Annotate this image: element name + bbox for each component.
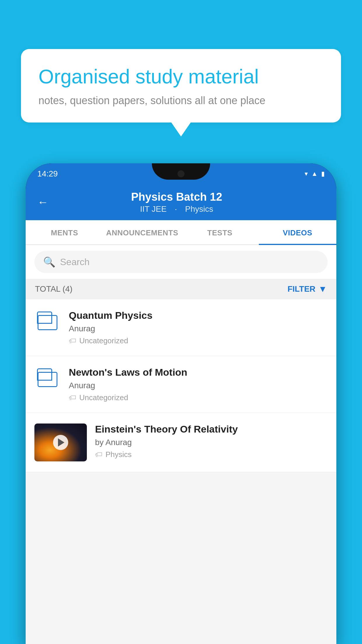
tag-label: Uncategorized: [79, 393, 128, 402]
tag-icon: 🏷: [69, 336, 76, 345]
speech-bubble: Organised study material notes, question…: [21, 49, 341, 123]
tab-videos[interactable]: VIDEOS: [259, 220, 337, 244]
tag-label: Physics: [106, 450, 132, 459]
tag-icon: 🏷: [95, 450, 103, 459]
video-icon-container: [34, 367, 61, 387]
subtitle-part1: IIT JEE: [140, 204, 166, 214]
play-button[interactable]: [53, 435, 68, 450]
tab-announcements[interactable]: ANNOUNCEMENTS: [103, 220, 181, 244]
total-label: TOTAL (4): [35, 284, 73, 294]
filter-button[interactable]: FILTER ▼: [287, 284, 327, 294]
video-title: Newton's Laws of Motion: [69, 367, 328, 378]
speech-bubble-title: Organised study material: [38, 65, 324, 89]
list-item[interactable]: Newton's Laws of Motion Anurag 🏷 Uncateg…: [26, 356, 336, 413]
list-item[interactable]: Quantum Physics Anurag 🏷 Uncategorized: [26, 299, 336, 356]
tab-tests[interactable]: TESTS: [181, 220, 259, 244]
video-info: Newton's Laws of Motion Anurag 🏷 Uncateg…: [69, 367, 328, 402]
video-tag: 🏷 Physics: [95, 450, 328, 459]
search-bar-container: 🔍 Search: [26, 245, 336, 279]
speech-bubble-subtitle: notes, question papers, solutions all at…: [38, 94, 324, 107]
folder-front: [38, 372, 57, 387]
tabs-bar: MENTS ANNOUNCEMENTS TESTS VIDEOS: [26, 220, 336, 245]
phone-inner: ← Physics Batch 12 IIT JEE · Physics MEN…: [26, 184, 336, 644]
video-icon-container: [34, 310, 61, 330]
search-icon: 🔍: [43, 256, 55, 268]
filter-label: FILTER: [287, 284, 315, 294]
video-author: Anurag: [69, 381, 328, 390]
subtitle-separator: ·: [175, 204, 177, 214]
video-tag: 🏷 Uncategorized: [69, 336, 328, 345]
tab-ments[interactable]: MENTS: [26, 220, 103, 244]
video-tag: 🏷 Uncategorized: [69, 393, 328, 402]
folder-icon: [37, 312, 58, 330]
phone-screen: 🔍 Search TOTAL (4) FILTER ▼: [26, 245, 336, 644]
subtitle-part2: Physics: [185, 204, 213, 214]
back-button[interactable]: ←: [37, 196, 48, 209]
header-subtitle: IIT JEE · Physics: [57, 204, 296, 214]
video-info: Einstein's Theory Of Relativity by Anura…: [95, 424, 328, 459]
app-header: ← Physics Batch 12 IIT JEE · Physics: [26, 184, 336, 220]
status-icons: ▾ ▲ ▮: [305, 170, 325, 178]
status-bar: 14:29 ▾ ▲ ▮: [26, 163, 336, 184]
search-bar[interactable]: 🔍 Search: [34, 251, 328, 273]
tag-icon: 🏷: [69, 393, 76, 402]
video-list: Quantum Physics Anurag 🏷 Uncategorized: [26, 299, 336, 472]
header-text: Physics Batch 12 IIT JEE · Physics: [57, 191, 296, 214]
video-info: Quantum Physics Anurag 🏷 Uncategorized: [69, 310, 328, 345]
signal-icon: ▲: [311, 170, 318, 178]
search-placeholder: Search: [60, 257, 89, 267]
header-title: Physics Batch 12: [57, 191, 296, 203]
list-item[interactable]: Einstein's Theory Of Relativity by Anura…: [26, 413, 336, 472]
video-title: Quantum Physics: [69, 310, 328, 321]
filter-icon: ▼: [318, 284, 327, 294]
filter-bar: TOTAL (4) FILTER ▼: [26, 279, 336, 299]
tag-label: Uncategorized: [79, 336, 128, 345]
video-author: by Anurag: [95, 438, 328, 447]
play-icon: [58, 438, 64, 447]
video-author: Anurag: [69, 324, 328, 333]
folder-icon: [37, 368, 58, 387]
folder-front: [38, 315, 57, 330]
status-time: 14:29: [37, 169, 58, 178]
wifi-icon: ▾: [305, 170, 308, 178]
thumbnail-container: [34, 424, 87, 461]
battery-icon: ▮: [321, 170, 325, 178]
video-title: Einstein's Theory Of Relativity: [95, 424, 328, 435]
phone-frame: 14:29 ▾ ▲ ▮ ← Physics Batch 12 IIT JEE ·…: [26, 163, 336, 644]
camera-dot: [178, 170, 184, 177]
